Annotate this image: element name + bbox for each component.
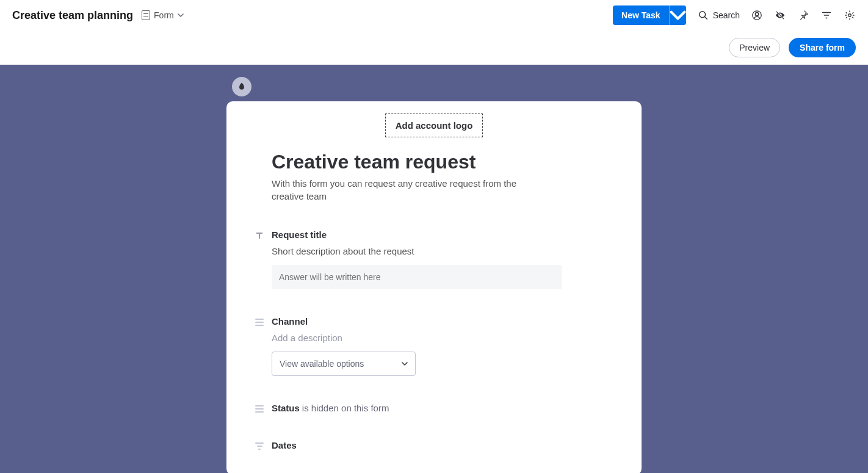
svg-point-3 <box>848 14 852 17</box>
new-task-dropdown[interactable] <box>669 5 686 25</box>
person-filter-icon[interactable] <box>751 9 763 21</box>
new-task-button-group: New Task <box>613 5 686 25</box>
search-button[interactable]: Search <box>697 9 740 21</box>
form-body: Creative team request With this form you… <box>257 151 611 450</box>
list-icon <box>255 317 264 327</box>
field-channel[interactable]: Channel Add a description View available… <box>272 316 611 376</box>
search-icon <box>697 9 709 21</box>
header-left: Creative team planning Form <box>12 9 184 22</box>
add-logo-button[interactable]: Add account logo <box>385 114 483 137</box>
view-selector[interactable]: Form <box>142 10 184 20</box>
field-sublabel-placeholder[interactable]: Add a description <box>272 333 611 343</box>
list-icon <box>255 404 264 414</box>
form-canvas: Add account logo Creative team request W… <box>0 65 868 473</box>
pin-icon[interactable] <box>797 9 809 21</box>
view-label: Form <box>154 10 174 20</box>
text-type-icon <box>255 231 264 240</box>
chevron-down-icon <box>402 361 408 367</box>
field-status-hidden[interactable]: Status is hidden on this form <box>272 403 611 413</box>
header-right: New Task Search <box>613 5 856 25</box>
settings-icon[interactable] <box>844 9 856 21</box>
new-task-button[interactable]: New Task <box>613 5 669 25</box>
channel-select[interactable]: View available options <box>272 352 416 376</box>
field-label: Dates <box>272 440 611 450</box>
page-title: Creative team planning <box>12 9 133 22</box>
status-hidden-note: Status is hidden on this form <box>272 403 611 413</box>
form-view-icon <box>142 10 150 20</box>
svg-point-2 <box>755 13 758 16</box>
form-toolbar: Preview Share form <box>0 31 868 65</box>
hide-icon[interactable] <box>774 9 786 21</box>
field-request-title[interactable]: Request title Short description about th… <box>272 229 611 289</box>
form-title[interactable]: Creative team request <box>272 151 611 173</box>
share-form-button[interactable]: Share form <box>789 38 856 57</box>
theme-color-button[interactable] <box>232 77 251 96</box>
form-description[interactable]: With this form you can request any creat… <box>272 177 540 203</box>
form-card: Add account logo Creative team request W… <box>226 101 642 473</box>
chevron-down-icon <box>178 12 184 18</box>
search-label: Search <box>713 10 740 20</box>
field-label: Request title <box>272 229 611 240</box>
request-title-input[interactable] <box>272 265 562 289</box>
field-label: Channel <box>272 316 611 327</box>
svg-point-0 <box>699 12 705 18</box>
field-dates[interactable]: Dates <box>272 440 611 450</box>
header: Creative team planning Form New Task Sea… <box>0 0 868 31</box>
timeline-icon <box>255 441 264 451</box>
preview-button[interactable]: Preview <box>729 38 780 57</box>
field-sublabel: Short description about the request <box>272 246 611 256</box>
select-placeholder: View available options <box>280 359 364 369</box>
filter-icon[interactable] <box>820 9 833 21</box>
